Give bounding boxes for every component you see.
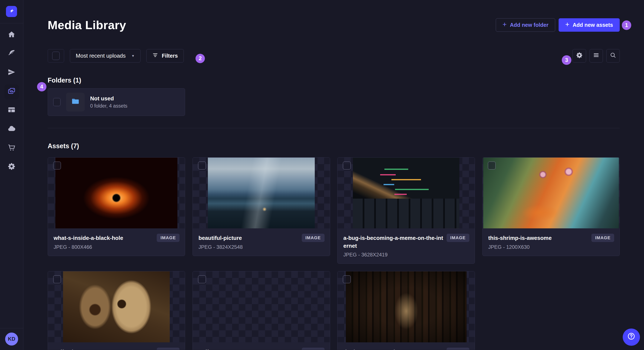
sort-dropdown[interactable]: Most recent uploads ▼ bbox=[70, 49, 140, 63]
asset-label: beautiful-picture JPEG - 3824X2548 IMAGE bbox=[193, 228, 330, 256]
sidebar-item-cloud[interactable] bbox=[4, 122, 19, 137]
folder-card[interactable]: Not used 0 folder, 4 assets bbox=[48, 88, 185, 116]
plus-icon: + bbox=[565, 21, 569, 28]
page-title: Media Library bbox=[48, 18, 126, 32]
cloud-icon bbox=[8, 125, 16, 135]
asset-type-badge: IMAGE bbox=[157, 234, 180, 242]
folder-info: Not used 0 folder, 4 assets bbox=[90, 95, 127, 109]
asset-thumbnail bbox=[193, 271, 330, 342]
asset-checkbox[interactable] bbox=[343, 275, 351, 283]
question-mark-icon bbox=[627, 332, 636, 342]
gear-icon bbox=[8, 162, 16, 172]
asset-card[interactable]: coffee-art JPEG - 5824X3259 IMAGE bbox=[192, 271, 330, 350]
folder-meta: 0 folder, 4 assets bbox=[90, 103, 127, 109]
annotation-badge-1: 1 bbox=[622, 20, 631, 30]
asset-card[interactable]: the-internet-s-own-boy JPEG - 1200X707 I… bbox=[337, 271, 475, 350]
main-content: Media Library + Add new folder + Add new… bbox=[24, 0, 644, 350]
asset-image bbox=[483, 158, 619, 229]
filters-button[interactable]: Filters bbox=[146, 49, 184, 63]
view-settings-button[interactable] bbox=[572, 49, 586, 63]
asset-card[interactable]: coffee-beans JPEG - 5021X3347 IMAGE bbox=[48, 271, 185, 350]
assets-heading: Assets (7) bbox=[48, 142, 620, 150]
asset-label: a-bug-is-becoming-a-meme-on-the-internet… bbox=[338, 228, 475, 263]
asset-image bbox=[198, 271, 325, 342]
asset-meta: JPEG - 3824X2548 bbox=[198, 244, 324, 250]
toolbar: Most recent uploads ▼ Filters bbox=[48, 49, 620, 63]
folders-heading: Folders (1) bbox=[48, 77, 620, 84]
folder-icon bbox=[71, 97, 80, 108]
asset-image bbox=[55, 158, 178, 229]
media-library-page: KD Media Library + Add new folder + Add … bbox=[0, 0, 644, 350]
sidebar-item-media-library[interactable] bbox=[4, 84, 19, 99]
plus-icon: + bbox=[502, 21, 507, 28]
toolbar-left: Most recent uploads ▼ Filters bbox=[48, 49, 184, 63]
sidebar-nav bbox=[4, 28, 19, 175]
avatar[interactable]: KD bbox=[5, 333, 18, 346]
asset-checkbox[interactable] bbox=[488, 162, 496, 170]
annotation-badge-2: 2 bbox=[196, 54, 205, 63]
asset-label: what-s-inside-a-black-hole JPEG - 800X46… bbox=[48, 228, 185, 256]
search-button[interactable] bbox=[606, 49, 620, 63]
asset-card[interactable]: what-s-inside-a-black-hole JPEG - 800X46… bbox=[48, 157, 185, 256]
asset-meta: JPEG - 800X466 bbox=[54, 244, 179, 250]
sidebar-item-content-type-builder[interactable] bbox=[4, 103, 19, 118]
list-icon bbox=[593, 52, 600, 60]
cart-icon bbox=[8, 144, 16, 154]
asset-checkbox[interactable] bbox=[198, 162, 206, 170]
asset-card[interactable]: this-shrimp-is-awesome JPEG - 1200X630 I… bbox=[482, 157, 620, 256]
asset-thumbnail bbox=[48, 158, 185, 229]
media-library-icon bbox=[8, 87, 16, 97]
asset-card[interactable]: a-bug-is-becoming-a-meme-on-the-internet… bbox=[337, 157, 475, 264]
asset-thumbnail bbox=[338, 158, 475, 229]
folders-grid: Not used 0 folder, 4 assets bbox=[48, 88, 620, 116]
app-logo[interactable] bbox=[6, 6, 17, 17]
asset-checkbox[interactable] bbox=[53, 275, 61, 283]
help-button[interactable] bbox=[623, 329, 640, 346]
sidebar-item-settings[interactable] bbox=[4, 160, 19, 175]
sidebar-item-home[interactable] bbox=[4, 28, 19, 42]
asset-checkbox[interactable] bbox=[53, 162, 61, 170]
annotation-badge-4: 4 bbox=[37, 82, 46, 91]
feather-icon bbox=[8, 49, 16, 59]
asset-checkbox[interactable] bbox=[198, 275, 206, 283]
asset-image bbox=[346, 271, 466, 342]
asset-image bbox=[63, 271, 170, 342]
send-icon bbox=[8, 68, 16, 78]
asset-card[interactable]: beautiful-picture JPEG - 3824X2548 IMAGE bbox=[192, 157, 330, 256]
asset-thumbnail bbox=[193, 158, 330, 229]
asset-type-badge: IMAGE bbox=[446, 234, 469, 242]
filter-icon bbox=[152, 52, 158, 59]
assets-grid: what-s-inside-a-black-hole JPEG - 800X46… bbox=[48, 157, 620, 350]
asset-label: coffee-art JPEG - 5824X3259 IMAGE bbox=[193, 342, 330, 350]
toolbar-right bbox=[572, 49, 620, 63]
folder-checkbox[interactable] bbox=[53, 98, 61, 106]
sidebar-footer: KD bbox=[0, 328, 23, 350]
list-view-button[interactable] bbox=[590, 49, 603, 63]
page-header: Media Library + Add new folder + Add new… bbox=[48, 0, 620, 32]
select-all-checkbox[interactable] bbox=[48, 49, 64, 63]
sidebar-item-deploy[interactable] bbox=[4, 66, 19, 80]
asset-type-badge: IMAGE bbox=[592, 234, 614, 242]
annotation-badge-3: 3 bbox=[562, 55, 571, 65]
asset-thumbnail bbox=[482, 158, 620, 229]
checkbox bbox=[52, 52, 60, 60]
asset-type-badge: IMAGE bbox=[446, 348, 469, 350]
asset-thumbnail bbox=[48, 271, 185, 342]
logo-wrap bbox=[0, 0, 23, 23]
sidebar-item-marketplace[interactable] bbox=[4, 141, 19, 156]
asset-type-badge: IMAGE bbox=[157, 348, 180, 350]
add-new-folder-button[interactable]: + Add new folder bbox=[496, 18, 555, 32]
asset-label: the-internet-s-own-boy JPEG - 1200X707 I… bbox=[338, 342, 475, 350]
asset-image bbox=[353, 158, 459, 229]
sidebar-item-content[interactable] bbox=[4, 47, 19, 61]
asset-image bbox=[208, 158, 314, 229]
strapi-logo-icon bbox=[8, 7, 15, 16]
settings-icon bbox=[576, 52, 583, 60]
asset-label: this-shrimp-is-awesome JPEG - 1200X630 I… bbox=[482, 228, 620, 256]
asset-type-badge: IMAGE bbox=[302, 234, 324, 242]
layout-icon bbox=[8, 106, 16, 116]
add-new-assets-button[interactable]: + Add new assets bbox=[558, 18, 620, 32]
asset-checkbox[interactable] bbox=[343, 162, 351, 170]
asset-meta: JPEG - 3628X2419 bbox=[343, 252, 469, 258]
section-divider bbox=[48, 128, 620, 128]
